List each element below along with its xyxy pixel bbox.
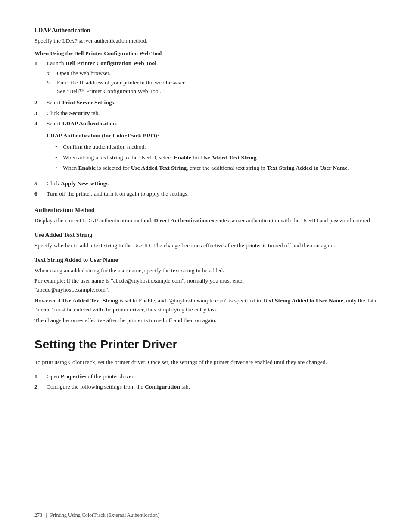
step-1a: a Open the web browser. bbox=[47, 69, 377, 78]
step-1-text-after: . bbox=[156, 60, 158, 66]
text-string-para2: For example: if the user name is "abcde@… bbox=[34, 277, 377, 295]
step-2-text-after: . bbox=[114, 99, 115, 106]
bullet-1-text: Confirm the authentication method. bbox=[63, 143, 146, 151]
step-5: 5 Click Apply New settings. bbox=[34, 179, 377, 188]
bullet-2: • When adding a text string to the UserI… bbox=[55, 153, 377, 162]
step-4-text-before: Select bbox=[47, 120, 62, 127]
step-6-num: 6 bbox=[34, 190, 47, 198]
step-4-bold: LDAP Authentication bbox=[62, 120, 116, 127]
step-1b-content: Enter the IP address of your printer in … bbox=[57, 78, 186, 96]
driver-step-1: 1 Open Properties of the printer driver. bbox=[34, 372, 377, 381]
driver-step-1-num: 1 bbox=[34, 372, 47, 381]
auth-method-text-before: Displays the current LDAP authentication… bbox=[34, 217, 154, 224]
step-1-substeps: a Open the web browser. b Enter the IP a… bbox=[47, 69, 377, 96]
step-1a-text: Open the web browser. bbox=[57, 69, 110, 78]
step-6-text: Turn off the printer, and turn it on aga… bbox=[47, 190, 189, 197]
step-4-num: 4 bbox=[34, 119, 47, 175]
step-1b-line1: Enter the IP address of your printer in … bbox=[57, 78, 186, 87]
bullet-2-text: When adding a text string to the UserID,… bbox=[63, 153, 258, 162]
step-3-num: 3 bbox=[34, 109, 47, 118]
driver-step-1-content: Open Properties of the printer driver. bbox=[47, 372, 377, 381]
para3-bold2: Text String Added to User Name bbox=[263, 297, 343, 304]
step-5-text-after: . bbox=[109, 180, 110, 187]
step-1b-alpha: b bbox=[47, 78, 57, 96]
step-2: 2 Select Print Server Settings. bbox=[34, 98, 377, 107]
driver-step-2-before: Configure the following settings from th… bbox=[47, 383, 145, 390]
driver-step-2: 2 Configure the following settings from … bbox=[34, 383, 377, 391]
bullet-3-text: When Enable is selected for Use Added Te… bbox=[63, 164, 349, 172]
driver-step-1-before: Open bbox=[47, 373, 61, 380]
step-5-bold: Apply New settings bbox=[61, 180, 109, 187]
colortrack-label: LDAP Authentication (for ColorTrack PRO)… bbox=[47, 131, 377, 140]
page-footer: 278 | Printing Using ColorTrack (Externa… bbox=[34, 511, 377, 519]
driver-step-1-bold: Properties bbox=[61, 373, 87, 380]
para3-before: However if bbox=[34, 297, 62, 304]
step-1-content: Launch Dell Printer Configuration Web To… bbox=[47, 59, 377, 96]
step-1a-alpha: a bbox=[47, 69, 57, 78]
step-1: 1 Launch Dell Printer Configuration Web … bbox=[34, 59, 377, 96]
footer-text: Printing Using ColorTrack (External Auth… bbox=[50, 511, 159, 519]
dell-tool-subheading: When Using the Dell Printer Configuratio… bbox=[34, 49, 377, 58]
step-1-text-before: Launch bbox=[47, 60, 65, 66]
colortrack-bullets: • Confirm the authentication method. • W… bbox=[55, 143, 377, 172]
step-4-content: Select LDAP Authentication. LDAP Authent… bbox=[47, 119, 377, 175]
auth-method-heading: Authentication Method bbox=[34, 205, 377, 215]
bullet-2-dot: • bbox=[55, 153, 63, 162]
bullet-1-dot: • bbox=[55, 143, 63, 151]
auth-method-text-after: executes server authentication with the … bbox=[208, 217, 371, 224]
text-string-para3: However if Use Added Text String is set … bbox=[34, 296, 377, 314]
setting-printer-intro: To print using ColorTrack, set the print… bbox=[34, 358, 377, 367]
driver-step-2-bold: Configuration bbox=[145, 383, 180, 390]
steps-5-6: 5 Click Apply New settings. 6 Turn off t… bbox=[34, 179, 377, 199]
step-2-content: Select Print Server Settings. bbox=[47, 98, 377, 107]
step-3-text-after: tab. bbox=[90, 110, 100, 116]
para3-bold1: Use Added Text String bbox=[62, 297, 118, 304]
step-3: 3 Click the Security tab. bbox=[34, 109, 377, 118]
step-2-text-before: Select bbox=[47, 99, 62, 106]
driver-step-2-num: 2 bbox=[34, 383, 47, 391]
text-string-para4: The change becomes effective after the p… bbox=[34, 316, 377, 325]
main-steps-list: 1 Launch Dell Printer Configuration Web … bbox=[34, 59, 377, 175]
step-3-bold: Security bbox=[69, 110, 90, 116]
step-2-num: 2 bbox=[34, 98, 47, 107]
step-3-text-before: Click the bbox=[47, 110, 69, 116]
step-5-content: Click Apply New settings. bbox=[47, 179, 377, 188]
bullet-3: • When Enable is selected for Use Added … bbox=[55, 164, 377, 172]
step-5-text-before: Click bbox=[47, 180, 61, 187]
auth-method-bold: Direct Authentication bbox=[154, 217, 208, 224]
text-string-para1: When using an added string for the user … bbox=[34, 266, 377, 275]
bullet-1: • Confirm the authentication method. bbox=[55, 143, 377, 151]
auth-method-text: Displays the current LDAP authentication… bbox=[34, 216, 377, 225]
text-string-heading: Text String Added to User Name bbox=[34, 255, 377, 264]
step-3-content: Click the Security tab. bbox=[47, 109, 377, 118]
footer-page-num: 278 bbox=[34, 511, 42, 519]
setting-printer-driver-heading: Setting the Printer Driver bbox=[34, 336, 377, 354]
step-1b-line2: See "Dell™ Printer Configuration Web Too… bbox=[57, 87, 186, 96]
driver-step-1-after: of the printer driver. bbox=[86, 373, 134, 380]
driver-step-2-after: tab. bbox=[180, 383, 190, 390]
printer-driver-steps: 1 Open Properties of the printer driver.… bbox=[34, 372, 377, 392]
step-1b: b Enter the IP address of your printer i… bbox=[47, 78, 377, 96]
step-5-num: 5 bbox=[34, 179, 47, 188]
driver-step-2-content: Configure the following settings from th… bbox=[47, 383, 377, 391]
ldap-auth-heading: LDAP Authentication bbox=[34, 26, 377, 35]
para3-mid: is set to Enable, and "@myhost.example.c… bbox=[118, 297, 263, 304]
ldap-intro: Specify the LDAP server authentication m… bbox=[34, 37, 377, 46]
footer-separator: | bbox=[46, 511, 47, 519]
use-added-text-heading: Use Added Text String bbox=[34, 230, 377, 240]
step-4-text-after: . bbox=[116, 120, 117, 127]
step-1-bold: Dell Printer Configuration Web Tool bbox=[65, 60, 156, 66]
use-added-text-body: Specify whether to add a text string to … bbox=[34, 241, 377, 250]
step-2-bold: Print Server Settings bbox=[62, 99, 114, 106]
step-1-num: 1 bbox=[34, 59, 47, 96]
step-6-content: Turn off the printer, and turn it on aga… bbox=[47, 190, 377, 198]
step-6: 6 Turn off the printer, and turn it on a… bbox=[34, 190, 377, 198]
bullet-3-dot: • bbox=[55, 164, 63, 172]
step-4: 4 Select LDAP Authentication. LDAP Authe… bbox=[34, 119, 377, 175]
